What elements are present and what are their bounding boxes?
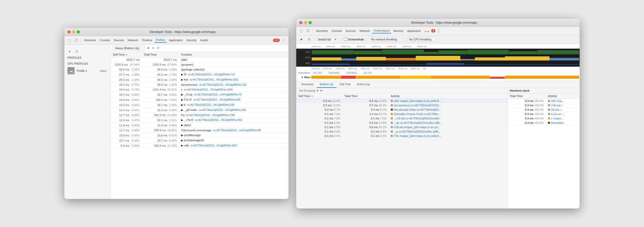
heaviest-row[interactable]: 0.3 ms 100.0%c /maps... <box>508 116 580 120</box>
heaviest-row[interactable]: 0.3 ms 100.0%lJb.Aa /... <box>508 107 580 112</box>
screenshots-checkbox[interactable] <box>344 38 347 41</box>
detail-row[interactable]: 0.1 ms 6.4%0.1 ms 6.4%TVe /maps/_js/k=ma… <box>296 134 507 138</box>
record-perf-btn[interactable]: ● <box>298 36 304 42</box>
tab-console[interactable]: Console <box>98 38 112 42</box>
table-row[interactable]: 14.3 ms 0.56%39.7 ms1.55%▶ d rs=ACT90oGq… <box>111 102 289 108</box>
tab-profiles[interactable]: Profiles <box>154 38 167 43</box>
col-total-time[interactable]: Total Time <box>142 52 179 57</box>
clear-btn[interactable]: ⊘ <box>74 48 80 54</box>
flame-block-6[interactable] <box>490 77 505 79</box>
col-self-time[interactable]: Self Time ▼ <box>111 52 142 57</box>
network-throttle-select[interactable]: No network throttling <box>369 37 402 42</box>
right-device-icon[interactable]: ☐ <box>305 28 311 34</box>
cell-self-time: 10.8 ms 0.42% <box>111 133 142 138</box>
detail-row[interactable]: 0.1 ms 6.8%0.3 ms 13.6%_.zp rs=ACT90oGqR… <box>296 120 507 125</box>
col-function[interactable]: Function <box>179 52 289 57</box>
heavy-col-activity[interactable]: Activity <box>546 93 580 99</box>
flame-block-3[interactable] <box>356 76 400 79</box>
tab-network[interactable]: Network <box>126 38 140 42</box>
table-row[interactable]: 19.1 ms 0.75%46.6 ms1.82%(anonymous) rs=… <box>111 82 289 87</box>
table-row[interactable]: 9.3 ms 0.36%505.8 ms19.78%▶ uAb rs=ACT90… <box>111 143 289 148</box>
table-row[interactable]: 26.5 ms 1.04%26.5 ms1.04%▶ fwb rs=ACT90o… <box>111 77 289 82</box>
detail-col-total[interactable]: Total Time <box>342 93 388 99</box>
detail-row[interactable]: 0.1 ms 7.0%0.1 ms 7.0%_.CG.Da rs=ACT90oG… <box>296 116 507 120</box>
js-dropdown-icon[interactable]: ▼ <box>332 36 338 42</box>
table-row[interactable]: 11.7 ms 0.46%506.9 ms19.82%Oda.b.port1.o… <box>111 128 289 133</box>
minimize-button[interactable] <box>72 30 75 33</box>
right-tab-sources[interactable]: Sources <box>344 29 357 33</box>
device-icon[interactable]: ☐ <box>73 37 79 43</box>
right-tab-elements[interactable]: Elements <box>315 29 329 33</box>
table-row[interactable]: 12.7 ms 0.50%561.0 ms21.94%Ka rs=ACT90oG… <box>111 113 289 118</box>
flame-block-4[interactable] <box>401 76 430 79</box>
flame-block-1[interactable] <box>311 76 341 79</box>
grouping-select[interactable]: No Grouping ▼ <box>298 89 323 92</box>
cpu-throttle-select[interactable]: No CPU throttling <box>408 37 436 42</box>
detail-row[interactable]: 0.1 ms 6.8%0.6 ms 34.1%VJb.wa /maps/_js/… <box>296 125 507 129</box>
view-mode-select[interactable]: Heavy (Bottom Up) <box>113 46 145 51</box>
save-button[interactable]: Save <box>99 69 107 73</box>
heaviest-row[interactable]: 0.3 ms 100.0%Animation <box>508 120 580 125</box>
tab-bottom-up[interactable]: Bottom-Up <box>317 81 336 88</box>
clear-icon[interactable]: ✕ <box>152 46 155 50</box>
tab-event-log[interactable]: Event Log <box>354 81 373 88</box>
detail-row[interactable]: 0.1 ms 6.8%0.1 ms 6.8%_.jj rs=ACT90oGqRZ… <box>296 129 507 134</box>
heaviest-row[interactable]: 0.3 ms 100.0%aKb /ma... <box>508 99 580 103</box>
right-maximize-button[interactable] <box>309 21 312 24</box>
flame-block-5[interactable] <box>431 76 490 79</box>
tab-timeline[interactable]: Timeline <box>140 38 154 42</box>
heaviest-row[interactable]: 0.3 ms 100.0%iLGa rs=... <box>508 112 580 116</box>
maximize-button[interactable] <box>77 30 80 33</box>
detail-col-self[interactable]: Self Time ▼ <box>296 93 342 99</box>
table-row[interactable]: 10.8 ms 0.42%10.8 ms0.42%▶ postMessage <box>111 133 289 138</box>
detail-col-activity[interactable]: Activity <box>389 93 507 99</box>
right-tab-memory[interactable]: Memory <box>392 29 405 33</box>
profile-1-item[interactable]: ▬ Profile 1 Save <box>64 66 111 76</box>
table-row[interactable]: 1202.9 ms 47.04%1202.9 ms47.04%(program) <box>111 62 289 67</box>
record-btn[interactable]: ● <box>66 48 73 54</box>
table-row[interactable]: 13.2 ms 0.52%15.0 ms0.59%▶ _.gK.index rs… <box>111 108 289 113</box>
table-row[interactable]: 16.7 ms 0.65%16.7 ms0.65%▶ _.H.og rs=ACT… <box>111 92 289 97</box>
right-tab-performance[interactable]: Performance <box>372 28 391 33</box>
heavy-col-total[interactable]: Total Time <box>508 93 546 99</box>
table-row[interactable]: 12.0 ms 0.47%82.1 ms3.21%▶ _.rYe.R rs=AC… <box>111 118 289 123</box>
tab-audits[interactable]: Audits <box>199 38 210 42</box>
cell-total-time: 11.9 ms0.46% <box>142 123 179 128</box>
detail-cell-self: 0.1 ms 7.0% <box>296 116 342 120</box>
eye-icon[interactable]: 👁 <box>147 46 150 50</box>
tab-application[interactable]: Application <box>167 38 184 42</box>
flame-block-7[interactable] <box>505 76 579 79</box>
table-row[interactable]: 15.8 ms 0.62%180.0 ms7.04%▶ F1e.R rs=ACT… <box>111 97 289 102</box>
right-tab-application[interactable]: Application <box>406 29 423 33</box>
inspect-icon[interactable]: ⬚ <box>66 37 73 43</box>
table-row[interactable]: 19.0 ms 0.74%1151.3 ms45.02%c rs=ACT90oG… <box>111 87 289 92</box>
tab-summary[interactable]: Summary <box>298 81 317 88</box>
table-row[interactable]: 27.7 ms 1.08%44.2 ms1.73%▶ t9 rs=ACT90oG… <box>111 72 289 77</box>
heaviest-row[interactable]: 0.3 ms 100.0%VJb.wa /. <box>508 103 580 107</box>
table-row[interactable]: 9626.7 ms9626.7 ms(idle) <box>111 57 289 62</box>
screenshots-label[interactable]: Screenshots <box>344 38 364 41</box>
more-options-icon[interactable]: ⋮ <box>280 37 286 43</box>
stop-perf-btn[interactable]: ⊘ <box>306 36 312 42</box>
close-button[interactable] <box>67 30 71 33</box>
right-minimize-button[interactable] <box>304 21 307 24</box>
tab-elements[interactable]: Elements <box>83 38 98 42</box>
detail-row[interactable]: 0.1 ms 7.3%1.2 ms 64.7%Animation Frame F… <box>296 112 507 116</box>
tab-security[interactable]: Security <box>185 38 198 42</box>
right-tab-network[interactable]: Network <box>358 29 371 33</box>
table-row[interactable]: 11.9 ms 0.46%11.9 ms0.46%▶ atan2 <box>111 123 289 128</box>
right-inspect-icon[interactable]: ⬚ <box>298 28 304 34</box>
table-row[interactable]: 10.7 ms 0.42%10.7 ms0.42%▶ texSubImage2D <box>111 138 289 143</box>
cell-total-time: 1202.9 ms47.04% <box>142 62 179 67</box>
right-close-button[interactable] <box>299 21 302 24</box>
detail-row[interactable]: 0.2 ms 13.2%0.7 ms 38.4%(anonymous) rs=A… <box>296 103 507 107</box>
table-row[interactable]: 58.4 ms 2.29%58.4 ms2.29%(garbage collec… <box>111 67 289 72</box>
right-more-options-icon[interactable]: ⋮ <box>436 28 442 34</box>
detail-row[interactable]: 0.3 ms 13.9%0.3 ms 13.9%aKb /maps/_js/k=… <box>296 99 507 103</box>
tab-sources[interactable]: Sources <box>112 38 125 42</box>
flame-block-2[interactable] <box>341 76 356 79</box>
refresh-icon[interactable]: ↺ <box>157 46 159 50</box>
right-tab-console[interactable]: Console <box>330 29 343 33</box>
detail-row[interactable]: 0.2 ms 8.7%0.2 ms 8.7%Recalculate Style … <box>296 107 507 112</box>
tab-call-tree[interactable]: Call Tree <box>336 81 354 88</box>
